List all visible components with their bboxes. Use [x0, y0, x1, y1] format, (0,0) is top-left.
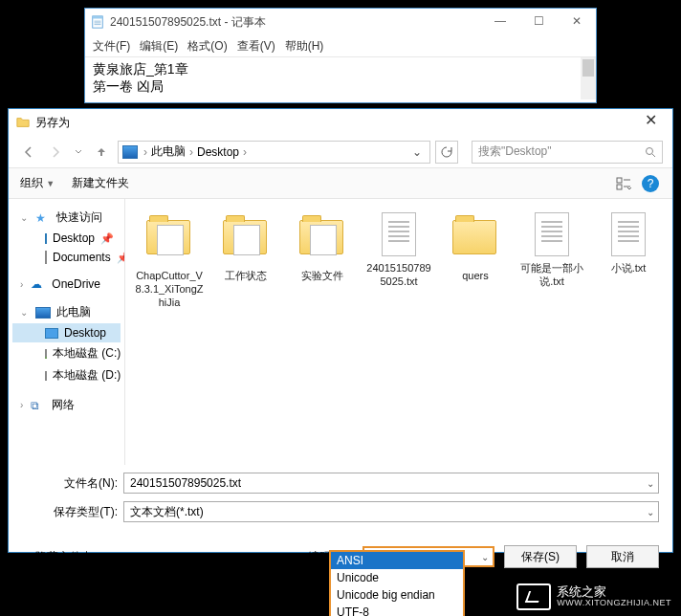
save-fields: 文件名(N): 240151507895025.txt⌄ 保存类型(T): 文本…: [9, 465, 672, 539]
encoding-option[interactable]: Unicode: [331, 569, 463, 586]
sidebar-item-desktop[interactable]: Desktop📌: [12, 229, 121, 248]
save-button[interactable]: 保存(S): [504, 545, 577, 568]
organize-button[interactable]: 组织 ▼: [20, 175, 55, 191]
chevron-down-icon: ⌄: [22, 550, 32, 563]
breadcrumb-sep: ›: [187, 145, 195, 159]
nav-sidebar: ⌄★快速访问 Desktop📌 Documents📌 ›☁OneDrive ⌄此…: [9, 199, 125, 465]
notepad-line: 黄泉旅店_第1章: [93, 61, 588, 78]
folder-icon: [146, 220, 190, 254]
chevron-down-icon[interactable]: ⌄: [481, 552, 489, 562]
encoding-option[interactable]: ANSI: [331, 552, 463, 569]
sidebar-item-documents[interactable]: Documents📌: [12, 248, 121, 267]
search-placeholder: 搜索"Desktop": [478, 143, 552, 160]
notepad-textarea[interactable]: 黄泉旅店_第1章 第一卷 凶局: [85, 56, 596, 99]
notepad-window: 240151507895025.txt - 记事本 — ☐ ✕ 文件(F) 编辑…: [84, 8, 597, 103]
encoding-option[interactable]: UTF-8: [331, 604, 463, 616]
breadcrumb-root[interactable]: 此电脑: [151, 143, 186, 160]
filetype-label: 保存类型(T):: [22, 504, 123, 520]
help-button[interactable]: ?: [640, 173, 661, 194]
pin-icon: 📌: [117, 252, 125, 264]
menu-file[interactable]: 文件(F): [93, 38, 130, 55]
newfolder-button[interactable]: 新建文件夹: [72, 175, 129, 191]
breadcrumb-sep: ›: [142, 145, 149, 159]
file-item[interactable]: 实验文件: [288, 212, 357, 283]
file-item[interactable]: 小说.txt: [594, 212, 663, 275]
watermark-url: WWW.XITONGZHIJIA.NET: [557, 599, 671, 608]
sidebar-item-drivec[interactable]: 本地磁盘 (C:): [12, 342, 121, 364]
star-icon: ★: [35, 211, 51, 225]
filetype-select[interactable]: 文本文档(*.txt)⌄: [123, 501, 659, 522]
maximize-button[interactable]: ☐: [519, 9, 558, 33]
notepad-menubar: 文件(F) 编辑(E) 格式(O) 查看(V) 帮助(H): [85, 35, 596, 56]
document-icon: [45, 251, 47, 264]
address-dropdown[interactable]: ⌄: [408, 145, 426, 159]
encoding-option[interactable]: Unicode big endian: [331, 586, 463, 604]
refresh-button[interactable]: [435, 141, 458, 164]
toolbar: 组织 ▼ 新建文件夹 ?: [9, 168, 672, 199]
file-item[interactable]: 工作状态: [211, 212, 280, 283]
file-label: 可能是一部小说.txt: [517, 262, 586, 289]
file-item[interactable]: 240151507895025.txt: [364, 212, 433, 289]
file-label: 工作状态: [211, 270, 280, 283]
watermark: 系统之家 WWW.XITONGZHIJIA.NET: [516, 583, 671, 610]
sidebar-item-desktop2[interactable]: Desktop: [12, 323, 121, 342]
file-label: 小说.txt: [594, 262, 663, 275]
pc-icon: [122, 145, 138, 159]
address-bar[interactable]: › 此电脑 › Desktop › ⌄: [118, 141, 430, 164]
file-label: ChapCuttor_V8.3.1_XiTongZhiJia: [135, 270, 204, 309]
file-item[interactable]: ChapCuttor_V8.3.1_XiTongZhiJia: [135, 212, 204, 309]
close-button[interactable]: ✕: [558, 9, 596, 33]
menu-format[interactable]: 格式(O): [187, 38, 227, 55]
recent-dropdown[interactable]: [72, 142, 85, 163]
notepad-title-text: 240151507895025.txt - 记事本: [110, 14, 266, 31]
sidebar-item-onedrive[interactable]: ›☁OneDrive: [12, 275, 121, 294]
pc-icon: [35, 307, 51, 319]
menu-help[interactable]: 帮助(H): [285, 38, 324, 55]
breadcrumb-sep: ›: [241, 145, 249, 159]
textfile-icon: [382, 212, 416, 256]
menu-view[interactable]: 查看(V): [237, 38, 275, 55]
desktop-icon: [45, 328, 58, 339]
breadcrumb-folder[interactable]: Desktop: [197, 145, 239, 159]
encoding-dropdown[interactable]: ANSIUnicodeUnicode big endianUTF-8: [329, 550, 465, 616]
dialog-title: 另存为: [35, 115, 70, 131]
scrollbar-vertical[interactable]: [581, 57, 596, 99]
drive-icon: [45, 371, 47, 381]
svg-point-5: [647, 147, 653, 154]
search-icon: [645, 146, 656, 158]
network-icon: ⧉: [31, 399, 46, 412]
search-input[interactable]: 搜索"Desktop": [472, 141, 663, 164]
close-button[interactable]: ✕: [634, 111, 667, 129]
watermark-logo-icon: [516, 583, 551, 610]
menu-edit[interactable]: 编辑(E): [140, 38, 178, 55]
sidebar-item-network[interactable]: ›⧉网络: [12, 394, 121, 416]
file-label: 实验文件: [288, 270, 357, 283]
file-list[interactable]: ChapCuttor_V8.3.1_XiTongZhiJia工作状态实验文件24…: [125, 199, 672, 465]
dialog-titlebar[interactable]: 另存为 ✕: [9, 109, 672, 136]
drive-icon: [45, 349, 47, 359]
scrollbar-thumb[interactable]: [582, 59, 594, 77]
sidebar-item-thispc[interactable]: ⌄此电脑: [12, 301, 121, 323]
chevron-down-icon[interactable]: ⌄: [647, 478, 654, 489]
up-button[interactable]: [91, 142, 112, 163]
file-item[interactable]: 可能是一部小说.txt: [517, 212, 586, 289]
file-item[interactable]: quers: [441, 212, 510, 283]
chevron-down-icon[interactable]: ⌄: [647, 507, 654, 517]
folder-icon: [452, 220, 496, 254]
svg-rect-8: [617, 185, 622, 189]
svg-line-6: [652, 154, 655, 157]
notepad-titlebar[interactable]: 240151507895025.txt - 记事本 — ☐ ✕: [85, 9, 596, 35]
cancel-button[interactable]: 取消: [586, 545, 659, 568]
file-label: 240151507895025.txt: [364, 262, 433, 289]
folder-icon: [16, 116, 30, 129]
sidebar-item-quickaccess[interactable]: ⌄★快速访问: [12, 207, 121, 229]
address-bar-row: › 此电脑 › Desktop › ⌄ 搜索"Desktop": [9, 136, 672, 168]
forward-button[interactable]: [45, 142, 66, 163]
minimize-button[interactable]: —: [481, 9, 519, 33]
back-button[interactable]: [18, 142, 39, 163]
filename-input[interactable]: 240151507895025.txt⌄: [123, 473, 659, 494]
watermark-brand: 系统之家: [557, 585, 671, 599]
view-options-button[interactable]: [613, 173, 634, 194]
sidebar-item-drived[interactable]: 本地磁盘 (D:): [12, 364, 121, 386]
hide-folders-toggle[interactable]: ⌄隐藏文件夹: [22, 549, 93, 565]
